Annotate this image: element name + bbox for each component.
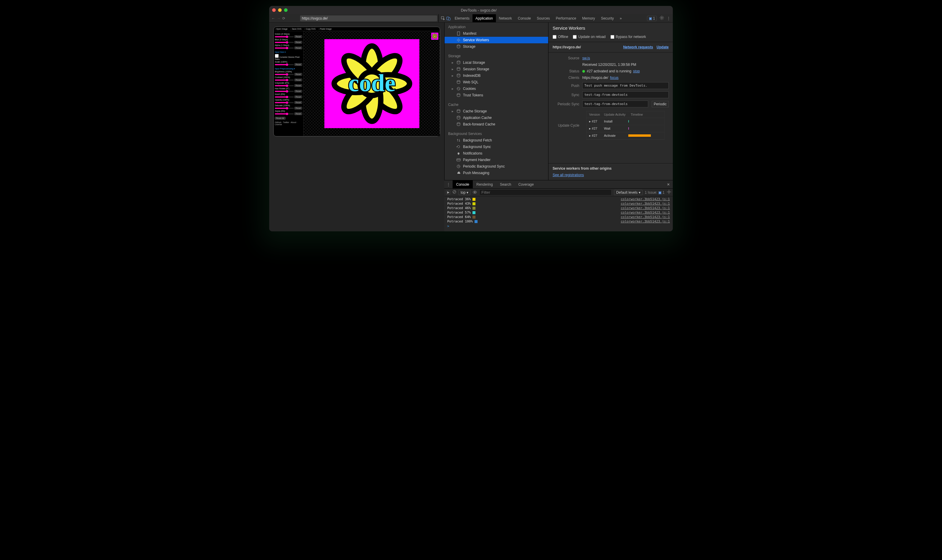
sidebar-item-notifications[interactable]: Notifications: [445, 150, 548, 157]
sw-focus-link[interactable]: focus: [610, 75, 618, 80]
sidebar-item-cookies[interactable]: ▸Cookies: [445, 85, 548, 92]
sidebar-item-session-storage[interactable]: ▸Session Storage: [445, 66, 548, 72]
sidebar-item-service-workers[interactable]: Service Workers: [445, 37, 548, 43]
preview-tool[interactable]: ▫ Save SVG: [291, 28, 302, 30]
preview-tool[interactable]: ▫ Copy SVG: [305, 28, 316, 30]
context-select[interactable]: top ▾: [458, 190, 470, 195]
sync-input[interactable]: [582, 91, 669, 98]
drawer-tab-console[interactable]: Console: [453, 180, 473, 188]
sw-source-link[interactable]: sw.js: [582, 56, 590, 60]
close-drawer-icon[interactable]: ✕: [664, 182, 673, 186]
reset-all-button[interactable]: Reset All: [275, 117, 285, 120]
sw-check-bypass-for-network[interactable]: Bypass for network: [611, 35, 646, 39]
drawer-tab-search[interactable]: Search: [496, 180, 515, 188]
sw-stop-link[interactable]: stop: [633, 69, 640, 73]
periodic-sync-input[interactable]: [582, 100, 648, 108]
reset-button[interactable]: Reset: [294, 90, 302, 92]
reset-button[interactable]: Reset: [294, 101, 302, 104]
levels-select[interactable]: Default levels ▾: [614, 190, 642, 195]
reset-button[interactable]: Reset: [294, 73, 302, 75]
devtools-tab-elements[interactable]: Elements: [452, 14, 472, 22]
slider[interactable]: [275, 80, 294, 81]
sidebar-item-trust-tokens[interactable]: Trust Tokens: [445, 92, 548, 98]
slider[interactable]: [275, 102, 294, 103]
run-icon[interactable]: [446, 191, 450, 195]
console-prompt[interactable]: >: [444, 224, 673, 229]
sidebar-item-cache-storage[interactable]: ▸Cache Storage: [445, 108, 548, 114]
footer-links[interactable]: GitHub · Twitter · About · License: [275, 121, 302, 125]
devtools-tab-network[interactable]: Network: [496, 14, 515, 22]
slider[interactable]: [275, 113, 294, 114]
sidebar-item-push-messaging[interactable]: Push Messaging: [445, 170, 548, 176]
console-source-link[interactable]: colorworker.3bb51423.js:1: [621, 215, 670, 219]
kebab-icon[interactable]: ⋮: [667, 16, 671, 20]
preview-tool[interactable]: ▫ Open Image: [275, 28, 288, 30]
slider[interactable]: [275, 64, 294, 65]
forward-icon[interactable]: →: [277, 16, 281, 20]
reset-button[interactable]: Reset: [294, 107, 302, 109]
devtools-tab-application[interactable]: Application: [472, 14, 496, 22]
slider[interactable]: [275, 108, 294, 109]
reset-button[interactable]: Reset: [294, 95, 302, 98]
network-requests-link[interactable]: Network requests: [623, 45, 653, 49]
minimize-icon[interactable]: [278, 8, 282, 12]
clear-icon[interactable]: [453, 190, 456, 195]
sidebar-item-manifest[interactable]: Manifest: [445, 30, 548, 37]
close-icon[interactable]: [272, 8, 276, 12]
sidebar-item-local-storage[interactable]: ▸Local Storage: [445, 59, 548, 66]
sidebar-item-background-fetch[interactable]: Background Fetch: [445, 137, 548, 143]
console-source-link[interactable]: colorworker.3bb51423.js:1: [621, 211, 670, 214]
see-all-registrations-link[interactable]: See all registrations: [553, 173, 584, 177]
reset-button[interactable]: Reset: [294, 63, 302, 66]
console-source-link[interactable]: colorworker.3bb51423.js:1: [621, 202, 670, 206]
devtools-tab-memory[interactable]: Memory: [579, 14, 598, 22]
devtools-tab-sources[interactable]: Sources: [534, 14, 553, 22]
reload-icon[interactable]: ⟳: [282, 16, 285, 20]
devtools-tab-security[interactable]: Security: [598, 14, 617, 22]
reset-button[interactable]: Reset: [294, 35, 302, 38]
slider[interactable]: [275, 36, 294, 37]
back-icon[interactable]: ←: [271, 16, 275, 20]
reset-button[interactable]: Reset: [294, 112, 302, 115]
slider[interactable]: [275, 91, 294, 92]
sw-check-update-on-reload[interactable]: Update on reload: [573, 35, 606, 39]
device-icon[interactable]: [446, 16, 450, 20]
slider[interactable]: [275, 42, 294, 43]
canvas-area[interactable]: code: [303, 31, 440, 136]
live-expr-icon[interactable]: [473, 191, 477, 195]
sidebar-item-application-cache[interactable]: Application Cache: [445, 114, 548, 121]
console-source-link[interactable]: colorworker.3bb51423.js:1: [621, 206, 670, 210]
drawer-tab-coverage[interactable]: Coverage: [515, 180, 537, 188]
drawer-tab-rendering[interactable]: Rendering: [473, 180, 496, 188]
settings-icon[interactable]: [660, 16, 664, 21]
sw-check-offline[interactable]: Offline: [553, 35, 568, 39]
drawer-kebab-icon[interactable]: ⋮: [444, 182, 453, 186]
console-filter-input[interactable]: [479, 189, 612, 195]
preview-tool[interactable]: ▫ Paste Image: [319, 28, 332, 30]
reset-button[interactable]: Reset: [294, 84, 302, 87]
address-input[interactable]: [300, 15, 437, 22]
console-source-link[interactable]: colorworker.3bb51423.js:1: [621, 197, 670, 201]
sidebar-item-background-sync[interactable]: Background Sync: [445, 143, 548, 150]
slider[interactable]: [275, 96, 294, 98]
sidebar-item-periodic-background-sync[interactable]: Periodic Background Sync: [445, 163, 548, 170]
devtools-tab-performance[interactable]: Performance: [553, 14, 579, 22]
sidebar-item-storage[interactable]: Storage: [445, 43, 548, 50]
pixel-ratio-check[interactable]: [275, 54, 279, 58]
reset-button[interactable]: Reset: [294, 78, 302, 81]
slider[interactable]: [275, 74, 294, 75]
periodic-sync-button[interactable]: Periodic: [652, 101, 669, 108]
console-settings-icon[interactable]: [667, 190, 671, 195]
reset-button[interactable]: Reset: [294, 46, 302, 49]
sidebar-item-payment-handler[interactable]: Payment Handler: [445, 157, 548, 163]
sidebar-item-back-forward-cache[interactable]: Back-forward Cache: [445, 121, 548, 128]
issues-badge[interactable]: ▣ 1: [647, 16, 657, 21]
update-link[interactable]: Update: [657, 45, 669, 49]
reset-button[interactable]: Reset: [294, 41, 302, 44]
issues-label[interactable]: 1 Issue: ▣ 1: [645, 191, 664, 195]
maximize-icon[interactable]: [284, 8, 288, 12]
devtools-tab-console[interactable]: Console: [515, 14, 534, 22]
slider[interactable]: [275, 48, 294, 49]
more-tabs[interactable]: »: [618, 16, 624, 20]
push-input[interactable]: [582, 82, 669, 89]
